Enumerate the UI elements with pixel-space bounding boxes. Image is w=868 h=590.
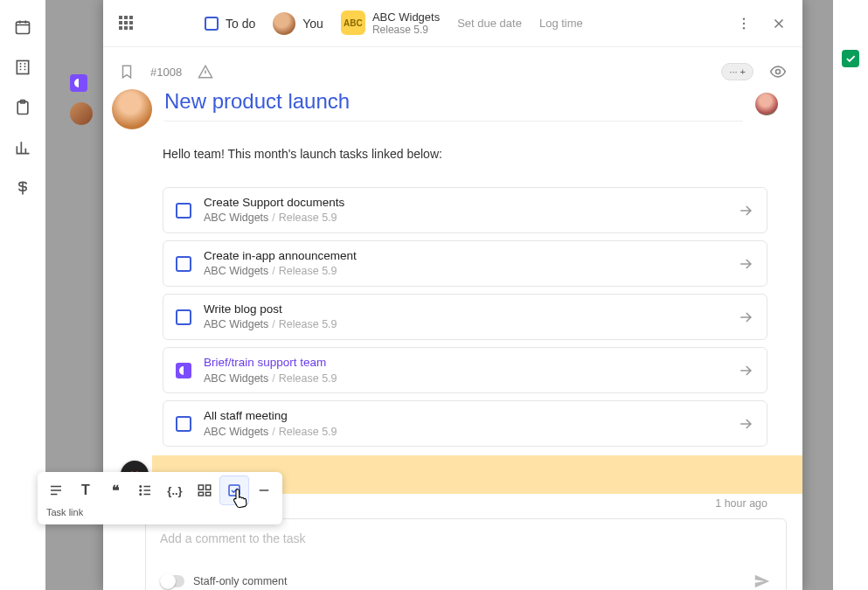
status-label: To do	[226, 17, 255, 31]
bullet-list-button[interactable]	[130, 475, 160, 505]
linked-task-sub: ABC Widgets/Release 5.9	[204, 317, 725, 332]
linked-task-title: Create in-app announcement	[204, 248, 725, 264]
chart-icon[interactable]	[13, 138, 32, 157]
svg-point-6	[743, 27, 745, 29]
linked-task-title: Brief/train support team	[204, 355, 725, 371]
priority-icon[interactable]	[198, 64, 213, 80]
linked-tasks-list: Create Support documentsABC Widgets/Rele…	[103, 161, 802, 447]
linked-task-sub: ABC Widgets/Release 5.9	[204, 211, 725, 226]
svg-rect-11	[198, 485, 203, 489]
arrow-right-icon[interactable]	[737, 415, 754, 433]
watch-icon[interactable]	[769, 63, 787, 80]
linked-task-title: All staff meeting	[204, 408, 725, 424]
project-sub: Release 5.9	[372, 24, 440, 36]
linked-task-item[interactable]: Brief/train support teamABC Widgets/Rele…	[163, 347, 767, 393]
linked-task-title: Create Support documents	[204, 195, 725, 211]
meta-row: #1008 ··· +	[103, 47, 802, 80]
code-button[interactable]: {..}	[160, 475, 190, 505]
svg-rect-1	[17, 61, 28, 74]
set-due-date[interactable]: Set due date	[457, 17, 522, 30]
task-title[interactable]: New product launch	[164, 89, 743, 121]
background-task-chip	[70, 74, 87, 92]
status-chip[interactable]: To do	[205, 17, 255, 31]
clipboard-icon[interactable]	[13, 98, 32, 117]
project-name: ABC Widgets	[372, 10, 440, 24]
linked-task-item[interactable]: Create in-app announcementABC Widgets/Re…	[163, 240, 767, 287]
status-checkbox-icon	[205, 17, 219, 31]
linked-task-item[interactable]: Write blog postABC Widgets/Release 5.9	[163, 294, 767, 340]
svg-point-8	[140, 486, 142, 488]
checkbox-icon	[176, 309, 191, 325]
checkbox-icon	[176, 256, 191, 272]
staff-only-label: Staff-only comment	[193, 575, 287, 587]
modal-header: To do You ABC ABC Widgets Release 5.9 Se…	[103, 0, 802, 47]
task-description[interactable]: Hello team! This month's launch tasks li…	[103, 129, 802, 161]
quote-button[interactable]: ❝	[101, 475, 130, 505]
right-gutter	[833, 0, 868, 590]
arrow-right-icon[interactable]	[737, 362, 754, 379]
comment-input[interactable]: Add a comment to the task	[160, 531, 772, 545]
svg-point-7	[776, 70, 781, 74]
columns-button[interactable]	[190, 475, 219, 505]
staff-only-toggle[interactable]	[160, 575, 184, 587]
assignee-chip[interactable]: You	[273, 12, 323, 35]
linked-task-sub: ABC Widgets/Release 5.9	[204, 371, 725, 386]
paragraph-button[interactable]	[41, 475, 71, 505]
svg-rect-12	[206, 485, 211, 489]
assignee-avatar	[273, 12, 295, 35]
linked-task-item[interactable]: Create Support documentsABC Widgets/Rele…	[163, 187, 767, 233]
linked-task-item[interactable]: All staff meetingABC Widgets/Release 5.9	[163, 400, 767, 447]
svg-point-10	[140, 494, 142, 496]
assignee-label: You	[302, 17, 323, 31]
project-badge: ABC	[341, 10, 365, 35]
moon-icon	[176, 363, 191, 378]
arrow-right-icon[interactable]	[737, 309, 754, 326]
cursor-hand-icon	[231, 488, 250, 510]
building-icon[interactable]	[13, 58, 32, 77]
bookmark-icon[interactable]	[119, 64, 135, 80]
linked-task-title: Write blog post	[204, 302, 725, 317]
done-check-icon[interactable]	[842, 50, 859, 67]
svg-rect-13	[198, 492, 203, 496]
calendar-icon[interactable]	[13, 17, 32, 37]
svg-point-9	[140, 489, 142, 491]
checkbox-icon	[176, 203, 191, 219]
svg-point-4	[743, 17, 745, 19]
divider-button[interactable]	[249, 475, 279, 505]
task-number: #1008	[150, 66, 182, 79]
more-icon[interactable]	[736, 16, 752, 31]
project-chip[interactable]: ABC ABC Widgets Release 5.9	[341, 10, 440, 37]
comment-box: Add a comment to the task Staff-only com…	[145, 518, 787, 590]
labels-badge[interactable]: ··· +	[721, 63, 753, 80]
checkbox-icon	[176, 416, 191, 432]
svg-rect-0	[17, 22, 30, 33]
dollar-icon[interactable]	[13, 178, 32, 198]
close-icon[interactable]	[771, 16, 787, 31]
log-time[interactable]: Log time	[539, 17, 583, 30]
arrow-right-icon[interactable]	[737, 202, 754, 219]
svg-point-5	[743, 22, 745, 24]
apps-grid-icon[interactable]	[119, 16, 135, 31]
background-avatar	[70, 102, 93, 125]
linked-task-sub: ABC Widgets/Release 5.9	[204, 264, 725, 279]
arrow-right-icon[interactable]	[737, 255, 754, 273]
linked-task-sub: ABC Widgets/Release 5.9	[204, 425, 725, 440]
author-avatar[interactable]	[112, 89, 152, 129]
heading-button[interactable]: T	[71, 475, 101, 505]
watcher-avatar[interactable]	[755, 93, 778, 115]
send-icon[interactable]	[753, 572, 772, 590]
title-row: New product launch	[103, 80, 802, 129]
svg-rect-14	[206, 492, 211, 496]
